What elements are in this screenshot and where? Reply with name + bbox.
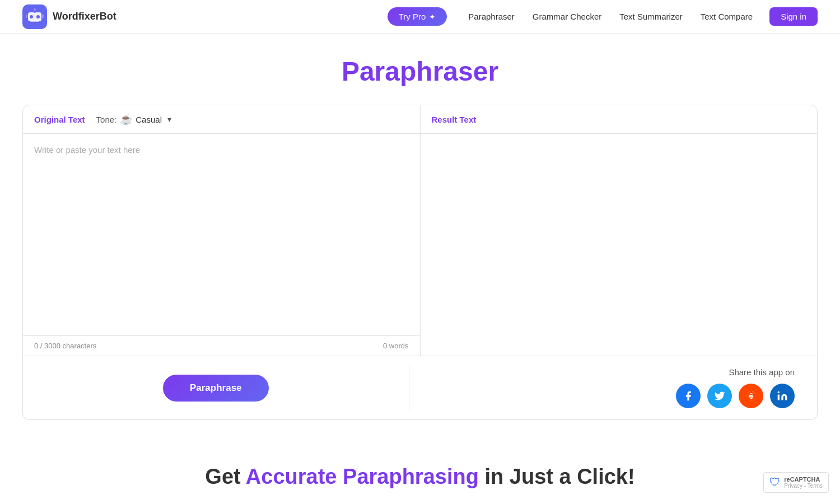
panel-header-right: Result Text [421, 105, 818, 133]
nav-text-compare[interactable]: Text Compare [693, 7, 760, 26]
share-reddit-button[interactable] [739, 384, 763, 408]
svg-point-3 [36, 15, 40, 18]
tone-emoji: ☕ [120, 113, 132, 125]
svg-rect-13 [778, 395, 780, 400]
bottom-left: Paraphrase [23, 363, 409, 413]
bottom-text-accent: Accurate Paraphrasing [246, 465, 479, 488]
svg-point-11 [750, 396, 750, 396]
result-text-label: Result Text [432, 115, 477, 124]
page-title: Paraphraser [22, 56, 818, 87]
recaptcha-inner: 🛡 reCAPTCHA Privacy - Terms [769, 476, 823, 489]
sparkle-icon: ✦ [429, 12, 436, 21]
panel-left: 0 / 3000 characters 0 words [23, 134, 421, 356]
panel-left-footer: 0 / 3000 characters 0 words [23, 335, 420, 356]
logo[interactable]: WordfixerBot [22, 4, 116, 29]
panels-body: 0 / 3000 characters 0 words [23, 134, 817, 356]
word-count: 0 words [383, 342, 409, 350]
logo-icon [22, 4, 47, 29]
recaptcha-label: reCAPTCHA [784, 476, 823, 483]
recaptcha-shield-icon: 🛡 [769, 476, 781, 489]
svg-point-2 [30, 15, 33, 18]
main-content: Paraphraser Original Text Tone: ☕ Casual… [0, 34, 840, 431]
reddit-icon [745, 390, 757, 402]
nav-area: Try Pro ✦ Paraphraser Grammar Checker Te… [388, 7, 818, 26]
nav-grammar-checker[interactable]: Grammar Checker [525, 7, 609, 26]
svg-point-6 [34, 8, 36, 11]
panels-header: Original Text Tone: ☕ Casual ▾ Result Te… [23, 105, 817, 134]
svg-rect-7 [26, 15, 27, 18]
bottom-right: Share this app on [409, 356, 818, 419]
char-count: 0 / 3000 characters [34, 342, 96, 350]
try-pro-button[interactable]: Try Pro ✦ [388, 7, 447, 26]
svg-rect-8 [42, 15, 44, 18]
bottom-text-end: in Just a Click! [479, 465, 635, 488]
facebook-icon [683, 390, 694, 402]
nav-text-summarizer[interactable]: Text Summarizer [612, 7, 690, 26]
original-text-input[interactable] [23, 134, 420, 335]
share-linkedin-button[interactable] [770, 384, 795, 408]
recaptcha-subtext: Privacy - Terms [784, 483, 823, 489]
twitter-icon [714, 390, 725, 402]
try-pro-label: Try Pro [399, 12, 426, 21]
bottom-section: Get Accurate Paraphrasing in Just a Clic… [0, 431, 840, 504]
share-icons [676, 384, 795, 408]
nav-links: Paraphraser Grammar Checker Text Summari… [460, 7, 760, 26]
logo-text: WordfixerBot [53, 11, 116, 22]
linkedin-icon [777, 390, 788, 402]
paraphrase-button[interactable]: Paraphrase [163, 375, 269, 402]
svg-rect-4 [30, 20, 39, 22]
bottom-heading: Get Accurate Paraphrasing in Just a Clic… [22, 465, 818, 489]
panel-right [421, 134, 818, 356]
header: WordfixerBot Try Pro ✦ Paraphraser Gramm… [0, 0, 840, 34]
nav-paraphraser[interactable]: Paraphraser [460, 7, 522, 26]
tone-value: Casual [136, 115, 162, 124]
svg-point-12 [752, 396, 752, 396]
tone-selector: Tone: ☕ Casual ▾ [96, 113, 174, 125]
bottom-row: Paraphrase Share this app on [23, 356, 817, 419]
result-text-output[interactable] [421, 134, 818, 356]
original-text-label: Original Text [34, 115, 85, 124]
tone-label: Tone: [96, 115, 117, 124]
recaptcha-badge: 🛡 reCAPTCHA Privacy - Terms [763, 472, 829, 493]
share-twitter-button[interactable] [707, 384, 732, 408]
signin-button[interactable]: Sign in [769, 7, 818, 26]
bottom-text-start: Get [205, 465, 246, 488]
paraphraser-card: Original Text Tone: ☕ Casual ▾ Result Te… [22, 105, 818, 420]
panel-header-left: Original Text Tone: ☕ Casual ▾ [23, 105, 421, 133]
share-facebook-button[interactable] [676, 384, 701, 408]
share-label: Share this app on [729, 367, 795, 377]
svg-point-14 [778, 391, 780, 393]
tone-dropdown-button[interactable]: ▾ [165, 115, 174, 124]
